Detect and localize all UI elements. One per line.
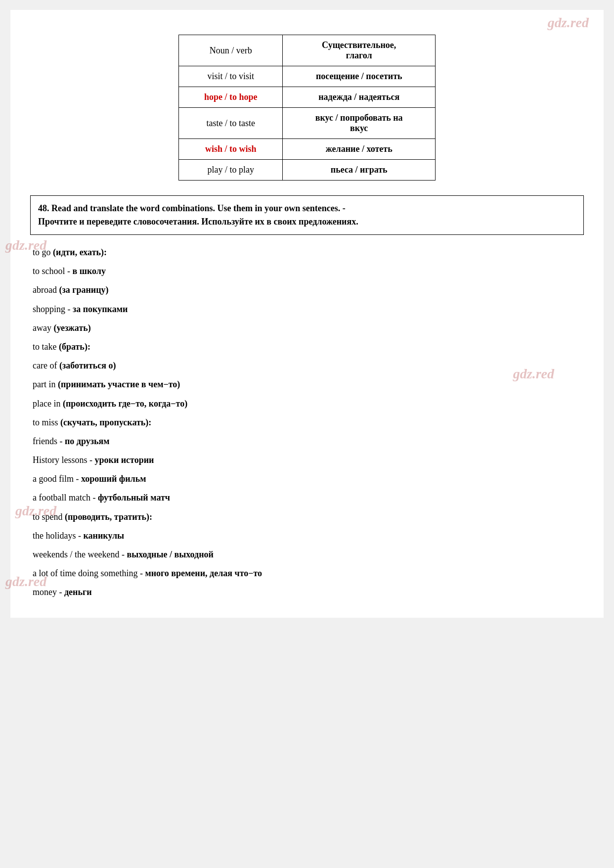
vocab-table-wrapper: Noun / verb Существительное, глагол visi… xyxy=(30,35,584,181)
content-line: away (уезжать) xyxy=(33,320,581,336)
table-row: wish / to wish желание / хотеть xyxy=(179,139,436,160)
taste-trans-line2: вкус xyxy=(350,123,368,133)
content-line: to miss (скучать, пропускать): xyxy=(33,414,581,431)
content-line-bold: футбольный матч xyxy=(98,493,170,503)
row1-col2: посещение / посетить xyxy=(283,66,436,87)
content-line-bold: за покупками xyxy=(73,304,128,314)
table-row: play / to play пьеса / играть xyxy=(179,160,436,181)
content-line-text: to spend xyxy=(33,512,65,522)
content-line-text: abroad xyxy=(33,285,59,295)
content-line-bold: (скучать, пропускать): xyxy=(60,417,151,427)
vocab-table: Noun / verb Существительное, глагол visi… xyxy=(178,35,436,181)
content-line: weekends / the weekend - выходные / выхо… xyxy=(33,546,581,563)
content-line-bold: деньги xyxy=(64,587,92,597)
content-line-text: the holidays - xyxy=(33,531,83,541)
content-line: to take (брать): xyxy=(33,338,581,355)
content-line-text: to miss xyxy=(33,417,60,427)
header-col2: Существительное, глагол xyxy=(283,35,436,66)
page: gdz.red gdz.red gdz.red gdz.red gdz.red … xyxy=(10,10,604,618)
row4-col1: wish / to wish xyxy=(179,139,283,160)
table-row: hope / to hope надежда / надеяться xyxy=(179,87,436,108)
content-line-bold: (брать): xyxy=(59,342,90,352)
content-line-bold: каникулы xyxy=(83,531,124,541)
row2-col2: надежда / надеяться xyxy=(283,87,436,108)
header-col2-line2: глагол xyxy=(346,50,372,60)
row5-col2: пьеса / играть xyxy=(283,160,436,181)
row2-col1: hope / to hope xyxy=(179,87,283,108)
content-line: a lot of time doing something - много вр… xyxy=(33,565,581,582)
table-row: visit / to visit посещение / посетить xyxy=(179,66,436,87)
row1-col1: visit / to visit xyxy=(179,66,283,87)
row3-col1: taste / to taste xyxy=(179,108,283,139)
content-line-text: part in xyxy=(33,379,58,389)
content-line-text: shopping - xyxy=(33,304,73,314)
content-line-text: a lot of time doing something - xyxy=(33,568,145,578)
content-line-text: History lessons - xyxy=(33,455,95,465)
content-line-text: to go xyxy=(33,247,53,257)
content-line: to spend (проводить, тратить): xyxy=(33,508,581,525)
content-line: place in (происходить где−то, когда−то) xyxy=(33,395,581,412)
table-row: taste / to taste вкус / попробовать на в… xyxy=(179,108,436,139)
content-line: History lessons - уроки истории xyxy=(33,452,581,468)
content-line-bold: (заботиться о) xyxy=(59,361,116,370)
content-line-bold: в школу xyxy=(73,266,106,276)
content-line: the holidays - каникулы xyxy=(33,527,581,544)
row3-col2: вкус / попробовать на вкус xyxy=(283,108,436,139)
content-line-text: to school - xyxy=(33,266,73,276)
task48-box: 48. Read and translate the word combinat… xyxy=(30,195,584,235)
content-line-text: friends - xyxy=(33,436,65,446)
task48-ru: Прочтите и переведите словосочетания. Ис… xyxy=(38,217,358,227)
header-col1: Noun / verb xyxy=(179,35,283,66)
content-line-bold: выходные / выходной xyxy=(127,549,214,559)
content-line-text: to take xyxy=(33,342,59,352)
content-line: friends - по друзьям xyxy=(33,433,581,450)
hope-text: hope / to hope xyxy=(204,92,258,102)
content-line-text: a good film - xyxy=(33,474,81,484)
content-section: to go (идти, ехать):to school - в школуa… xyxy=(30,244,584,601)
header-col2-line1: Существительное, xyxy=(322,40,396,50)
content-line: money - деньги xyxy=(33,584,581,600)
wish-text: wish / to wish xyxy=(205,144,257,154)
task48-dash: - xyxy=(343,203,346,213)
content-line-bold: хороший фильм xyxy=(81,474,146,484)
table-header-row: Noun / verb Существительное, глагол xyxy=(179,35,436,66)
task48-text: 48. Read and translate the word combinat… xyxy=(38,202,576,228)
content-line-bold: (проводить, тратить): xyxy=(65,512,152,522)
content-line-bold: (происходить где−то, когда−то) xyxy=(63,399,187,409)
content-line-text: away xyxy=(33,323,53,333)
content-line-bold: (принимать участие в чем−то) xyxy=(58,379,180,389)
content-line-text: weekends / the weekend - xyxy=(33,549,127,559)
content-line: part in (принимать участие в чем−то) xyxy=(33,376,581,393)
content-line-text: a football match - xyxy=(33,493,98,503)
content-line-bold: (за границу) xyxy=(59,285,108,295)
content-line-bold: уроки истории xyxy=(95,455,154,465)
content-line-bold: (уезжать) xyxy=(53,323,90,333)
content-line: a football match - футбольный матч xyxy=(33,489,581,506)
content-line-text: care of xyxy=(33,361,59,370)
content-line-text: place in xyxy=(33,399,63,409)
content-line-text: money - xyxy=(33,587,64,597)
content-line: to school - в школу xyxy=(33,263,581,279)
row5-col1: play / to play xyxy=(179,160,283,181)
task48-label: 48. xyxy=(38,203,49,213)
row4-col2: желание / хотеть xyxy=(283,139,436,160)
content-line: a good film - хороший фильм xyxy=(33,470,581,487)
task48-en: Read and translate the word combinations… xyxy=(51,203,340,213)
content-line-bold: много времени, делая что−то xyxy=(145,568,262,578)
content-line-bold: (идти, ехать): xyxy=(53,247,107,257)
watermark-top-right: gdz.red xyxy=(548,15,589,31)
content-line-bold: по друзьям xyxy=(65,436,110,446)
content-line: to go (идти, ехать): xyxy=(33,244,581,261)
content-line: care of (заботиться о) xyxy=(33,357,581,374)
content-line: shopping - за покупками xyxy=(33,301,581,318)
taste-trans-line1: вкус / попробовать на xyxy=(315,113,403,123)
content-line: abroad (за границу) xyxy=(33,281,581,298)
